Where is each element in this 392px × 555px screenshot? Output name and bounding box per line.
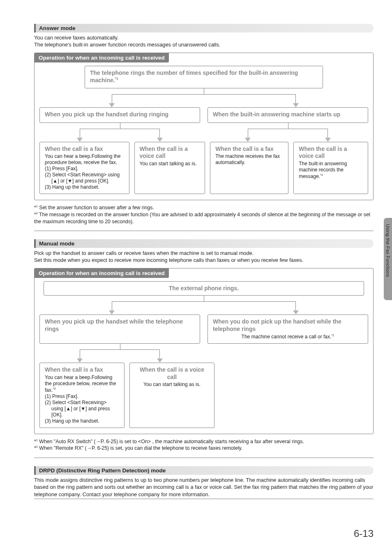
node-body: You can start talking as is.: [140, 161, 200, 167]
footnote: When "Auto RX Switch" (: [38, 439, 96, 444]
node-heading: When the call is a voice call: [135, 366, 209, 381]
flow-node-leaf: When the call is a voice call The built-…: [293, 142, 368, 194]
flow-row-3: When the call is a fax You can hear a be…: [39, 142, 368, 194]
node-heading: When the call is a fax: [45, 366, 119, 374]
manual-intro: Pick up the handset to answer calls or r…: [34, 250, 374, 264]
page-number: 6-13: [354, 528, 374, 539]
flow-node-top: The telephone rings the number of times …: [85, 66, 323, 89]
flow-node-leaf: When the call is a voice call You can st…: [129, 363, 214, 428]
text: (3) Hang up the handset.: [45, 184, 99, 190]
footnote: P. 6-25) is set, you can dial the teleph…: [92, 445, 242, 451]
footnote-ref: *2: [53, 387, 55, 391]
manual-footnotes: *1 When "Auto RX Switch" (→P. 6-25) is s…: [34, 438, 374, 458]
footnote-ref: *1: [115, 76, 118, 81]
node-heading: When the call is a fax: [45, 146, 124, 153]
text: (1) Press [Fax].: [45, 393, 78, 399]
footnote-ref: *2: [320, 173, 323, 177]
heading-manual-mode: Manual mode: [34, 239, 374, 248]
flow-node-leaf: When the call is a fax The machine recei…: [210, 142, 288, 194]
flow-node-leaf: When the call is a fax You can hear a be…: [39, 363, 125, 428]
footnote: P. 6-25) is set to <On> , the machine au…: [101, 439, 304, 444]
text: (1) Press [Fax].: [45, 166, 78, 171]
text: (2) Select <Start Receiving> using [▲] o…: [45, 172, 124, 184]
node-heading: When you do not pick up the handset whil…: [213, 318, 363, 333]
node-body: You can hear a beep.Following the proced…: [45, 375, 119, 424]
node-body: You can start talking as is.: [135, 382, 209, 388]
flow-tab-label: Operation for when an incoming call is r…: [35, 268, 169, 278]
footnote: When "Remote RX" (: [38, 445, 87, 451]
flow-row-2: When you pick up the handset while the t…: [39, 314, 368, 344]
drpd-body: This mode assigns distinctive ring patte…: [34, 476, 374, 499]
node-heading: When you pick up the handset during ring…: [45, 111, 195, 118]
flow-node: When you pick up the handset while the t…: [39, 314, 200, 344]
node-body: The machine cannot receive a call or fax…: [213, 333, 363, 340]
flow-node: When you pick up the handset during ring…: [39, 107, 200, 123]
footnote-ref: *1: [331, 333, 334, 337]
connector: [39, 123, 200, 142]
connector-row: [39, 123, 368, 142]
flow-row-3: When the call is a fax You can hear a be…: [39, 363, 368, 428]
answer-intro: You can receive faxes automatically. The…: [34, 34, 374, 49]
text: (2) Select <Start Receiving> using [▲] o…: [45, 400, 119, 418]
text: The machine cannot receive a call or fax…: [242, 334, 332, 340]
text: You can hear a beep.Following the proced…: [45, 153, 120, 165]
node-heading: When the call is a voice call: [140, 146, 200, 160]
connector-row: [39, 344, 368, 363]
footnote: The message is recorded on the answer fu…: [34, 212, 370, 224]
node-body: The machine receives the fax automatical…: [215, 153, 283, 166]
flow-node: When the built-in answering machine star…: [208, 107, 368, 123]
side-tab-label: Using the Fax Functions: [385, 224, 390, 277]
connector: [39, 88, 368, 107]
connector: [208, 123, 368, 142]
answer-footnotes: *1 Set the answer function to answer aft…: [34, 204, 374, 231]
spacer: [208, 344, 368, 363]
answer-flowchart: Operation for when an incoming call is r…: [34, 53, 374, 201]
heading-drpd-mode: DRPD (Distinctive Ring Pattern Detection…: [34, 466, 374, 475]
text: The telephone's built-in answer function…: [34, 42, 220, 48]
flow-row-2: When you pick up the handset during ring…: [39, 107, 368, 123]
text: Set this mode when you expect to receive…: [34, 257, 303, 263]
flow-tab-label: Operation for when an incoming call is r…: [35, 53, 169, 62]
manual-flowchart: Operation for when an incoming call is r…: [34, 268, 374, 434]
text: (3) Hang up the handset.: [45, 418, 99, 424]
node-heading: When the built-in answering machine star…: [213, 111, 363, 118]
node-heading: The external phone rings.: [49, 285, 359, 292]
text: The telephone rings the number of times …: [90, 69, 298, 83]
node-heading: When the call is a fax: [215, 146, 283, 153]
flow-node-leaf: When the call is a voice call You can st…: [134, 142, 205, 194]
flow-node: When you do not pick up the handset whil…: [208, 314, 368, 344]
footnote: Set the answer function to answer after …: [38, 205, 154, 210]
node-body: You can hear a beep.Following the proced…: [45, 153, 124, 190]
node-heading: When the call is a voice call: [299, 146, 363, 160]
node-heading: When you pick up the handset while the t…: [45, 318, 195, 333]
flow-node-top: The external phone rings.: [44, 281, 364, 296]
heading-answer-mode: Answer mode: [34, 24, 374, 32]
node-body: The built-in answering machine records t…: [299, 161, 363, 180]
flow-node-leaf: When the call is a fax You can hear a be…: [39, 142, 129, 194]
connector: [39, 296, 368, 314]
text: You can receive faxes automatically.: [34, 35, 119, 41]
node-heading: The telephone rings the number of times …: [90, 69, 318, 84]
text: Pick up the handset to answer calls or r…: [34, 250, 254, 256]
connector: [39, 344, 200, 363]
spacer: [219, 363, 368, 428]
